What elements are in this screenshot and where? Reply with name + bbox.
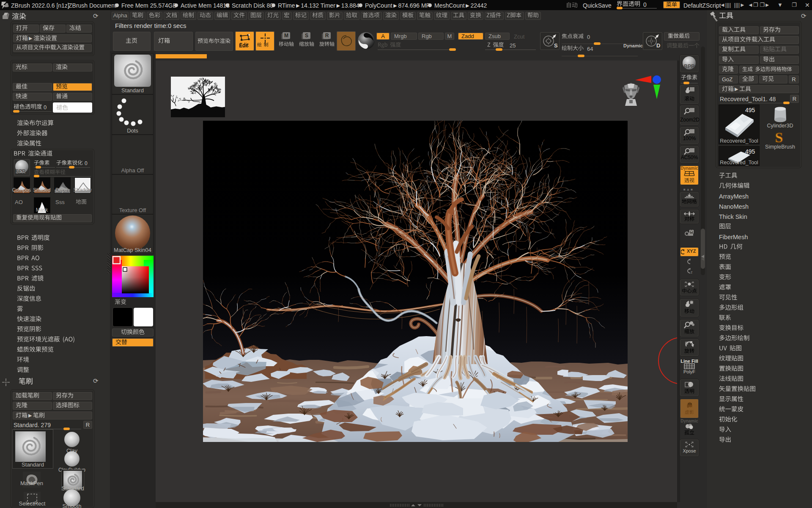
svg-text:z: z bbox=[691, 270, 693, 274]
svg-text:S: S bbox=[775, 130, 783, 145]
